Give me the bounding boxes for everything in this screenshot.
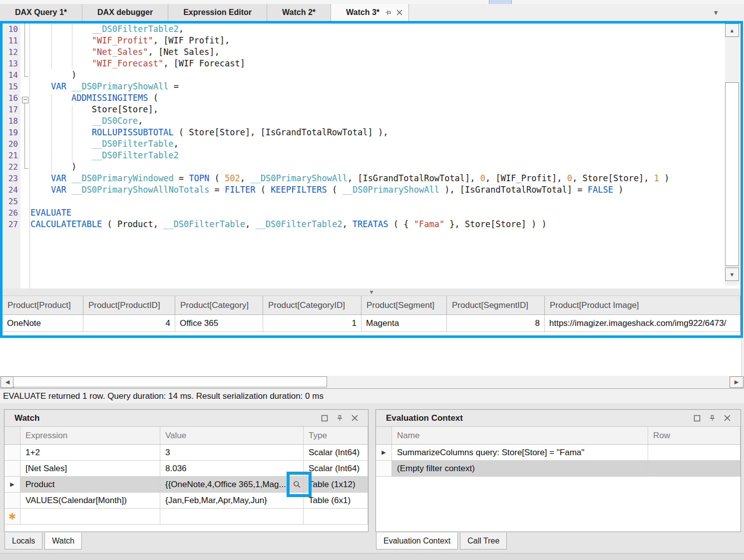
results-row[interactable]: OneNote4Office 3651Magenta8https://imagi…: [2, 315, 741, 332]
watch-column-header[interactable]: Value: [160, 427, 304, 444]
row-gutter[interactable]: [4, 461, 20, 477]
results-column-header[interactable]: Product[CategoryID]: [263, 296, 362, 314]
evaluation-row-cell[interactable]: [648, 445, 741, 461]
watch-type-cell[interactable]: Scalar (Int64): [304, 461, 368, 477]
results-column-header[interactable]: Product[SegmentID]: [447, 296, 545, 314]
watch-row[interactable]: 1+23Scalar (Int64): [4, 445, 368, 461]
results-cell[interactable]: 8: [447, 315, 545, 331]
row-gutter[interactable]: ▶: [4, 477, 20, 493]
watch-row[interactable]: VALUES(Calendar[Month]){Jan,Feb,Mar,Apr,…: [4, 493, 368, 509]
code-line: "WIF_Profit", [WIF Profit],: [30, 35, 725, 46]
row-gutter[interactable]: [376, 461, 392, 477]
watch-value-cell[interactable]: 8.036: [160, 461, 304, 477]
results-cell[interactable]: 4: [83, 315, 175, 331]
pin-icon[interactable]: [709, 414, 716, 422]
row-gutter[interactable]: ✱: [4, 509, 20, 525]
results-column-header[interactable]: Product[Product Image]: [545, 296, 741, 314]
watch-panel-titlebar: Watch: [4, 410, 368, 427]
watch-value-cell[interactable]: 3: [160, 445, 304, 461]
evaluation-column-header[interactable]: Row: [648, 427, 741, 444]
query-status-bar: EVALUATE returned 1 row. Query duration:…: [0, 388, 744, 403]
watch-type-cell[interactable]: Table (1x12): [304, 477, 368, 493]
evaluation-row-cell[interactable]: [648, 461, 741, 477]
results-column-header[interactable]: Product[Category]: [175, 296, 263, 314]
close-icon[interactable]: [352, 415, 358, 421]
watch-row[interactable]: [Net Sales]8.036Scalar (Int64): [4, 461, 368, 477]
code-text-area[interactable]: __DS0FilterTable2, "WIF_Profit", [WIF Pr…: [30, 23, 725, 288]
maximize-icon[interactable]: [694, 415, 701, 422]
results-cell[interactable]: OneNote: [2, 315, 83, 331]
maximize-icon[interactable]: [321, 415, 328, 422]
pin-icon[interactable]: [384, 9, 391, 16]
evaluation-name-cell[interactable]: (Empty filter context): [392, 461, 648, 477]
results-cell[interactable]: Magenta: [362, 315, 447, 331]
code-token: ,: [240, 173, 250, 183]
scrollbar-thumb[interactable]: [725, 82, 739, 266]
expand-arrow-icon[interactable]: ▶: [381, 449, 385, 456]
results-column-header[interactable]: Product[Segment]: [362, 296, 447, 314]
code-token: __DS0FilterTable2: [92, 150, 179, 160]
tab-overflow-chevron-down-icon[interactable]: ▼: [713, 4, 719, 21]
code-token: ROLLUPISSUBTOTAL: [92, 127, 174, 137]
results-cell[interactable]: 1: [263, 315, 362, 331]
watch-type-cell[interactable]: Table (6x1): [304, 493, 368, 509]
evaluation-name-cell[interactable]: SummarizeColumns query: Store[Store] = "…: [392, 445, 648, 461]
watch-expression-cell[interactable]: 1+2: [20, 445, 160, 461]
watch-value-cell[interactable]: {{OneNote,4,Office 365,1,Mag...: [160, 477, 304, 493]
code-token: [30, 173, 51, 183]
code-token: =: [209, 185, 225, 195]
watch-expression-cell[interactable]: [Net Sales]: [20, 461, 160, 477]
panel-tab-locals[interactable]: Locals: [4, 533, 42, 550]
tab-expression-editor[interactable]: Expression Editor: [168, 4, 267, 21]
watch-expression-cell[interactable]: [20, 509, 160, 525]
watch-value-cell[interactable]: {Jan,Feb,Mar,Apr,May,Jun}: [160, 493, 304, 509]
line-number: 22: [2, 161, 20, 173]
editor-vertical-scrollbar[interactable]: ▲ ▼: [725, 23, 740, 285]
scroll-right-button[interactable]: ▶: [730, 376, 744, 388]
line-number: 14: [2, 69, 20, 81]
results-cell[interactable]: Office 365: [175, 315, 263, 331]
watch-expression-cell[interactable]: Product: [20, 477, 160, 493]
evaluation-column-header[interactable]: Name: [392, 427, 648, 444]
row-gutter[interactable]: ▶: [376, 445, 392, 461]
watch-row[interactable]: ✱: [4, 509, 368, 525]
code-token: [30, 70, 71, 80]
scrollbar-thumb[interactable]: [13, 376, 327, 387]
watch-column-header[interactable]: Type: [304, 427, 368, 444]
close-icon[interactable]: [396, 9, 402, 15]
watch-type-cell[interactable]: [304, 509, 368, 525]
tab-watch-3[interactable]: Watch 3*: [331, 4, 409, 21]
panel-tab-call-tree[interactable]: Call Tree: [460, 533, 507, 550]
tab-dax-query-1[interactable]: DAX Query 1*: [0, 4, 82, 21]
results-cell[interactable]: https://imagizer.imageshack.com/img922/6…: [545, 315, 741, 331]
tab-dax-debugger[interactable]: DAX debugger: [82, 4, 168, 21]
results-column-header[interactable]: Product[ProductID]: [83, 296, 175, 314]
evaluation-row[interactable]: ▶SummarizeColumns query: Store[Store] = …: [376, 445, 741, 461]
tab-watch-2[interactable]: Watch 2*: [267, 4, 331, 21]
expand-arrow-icon[interactable]: ▶: [10, 481, 14, 488]
editor-results-splitter[interactable]: ▼: [2, 288, 741, 296]
watch-row[interactable]: ▶Product{{OneNote,4,Office 365,1,Mag...T…: [4, 477, 368, 493]
code-token: , [WIF Profit],: [153, 35, 230, 45]
watch-expression-cell[interactable]: VALUES(Calendar[Month]): [20, 493, 160, 509]
watch-type-cell[interactable]: Scalar (Int64): [304, 445, 368, 461]
scroll-left-button[interactable]: ◀: [0, 376, 14, 388]
results-horizontal-scrollbar[interactable]: ◀ ▶: [0, 376, 744, 388]
scroll-down-button[interactable]: ▼: [725, 268, 739, 281]
magnifier-icon[interactable]: [293, 480, 301, 489]
row-gutter[interactable]: [4, 445, 20, 461]
watch-value-cell[interactable]: [160, 509, 304, 525]
panel-tab-watch[interactable]: Watch: [44, 533, 82, 550]
line-number-gutter: 101112131415161718192021222324252627: [2, 23, 20, 288]
close-icon[interactable]: [724, 415, 731, 421]
results-column-header[interactable]: Product[Product]: [2, 296, 83, 314]
watch-column-header[interactable]: Expression: [20, 427, 160, 444]
scroll-up-button[interactable]: ▲: [725, 23, 739, 37]
row-gutter[interactable]: [4, 493, 20, 509]
panel-tab-evaluation-context[interactable]: Evaluation Context: [376, 533, 458, 550]
pin-icon[interactable]: [336, 414, 344, 422]
fold-collapse-icon[interactable]: [22, 97, 28, 103]
code-token: 0: [567, 173, 572, 183]
evaluation-row[interactable]: (Empty filter context): [376, 461, 741, 477]
dax-code-editor[interactable]: 101112131415161718192021222324252627 __D…: [2, 23, 741, 288]
